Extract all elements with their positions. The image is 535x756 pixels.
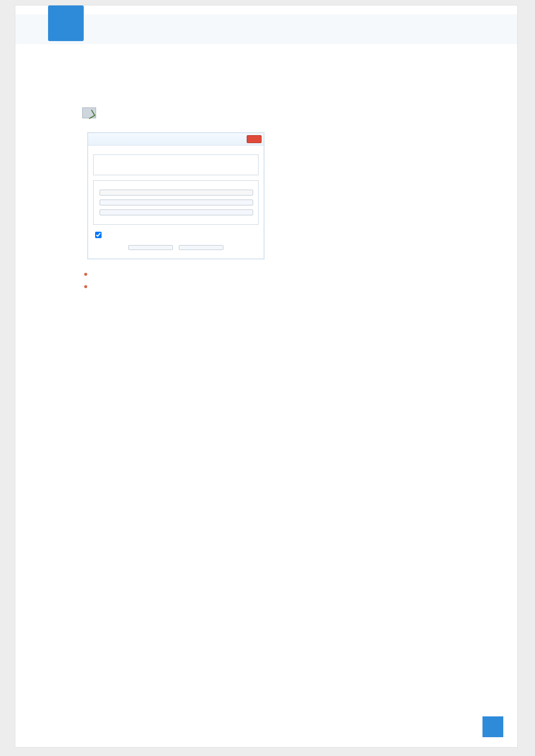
bullet-icon (84, 285, 87, 288)
list-item-body (97, 268, 486, 276)
bullet-icon (84, 273, 87, 276)
page-footer (476, 716, 503, 737)
dialog-body (88, 146, 264, 258)
list-item (82, 268, 486, 276)
taskbar-icon-checkbox-row (95, 230, 259, 239)
ewf-configure-group (93, 154, 259, 175)
taskbar-icon-checkbox[interactable] (95, 232, 102, 238)
commit-button[interactable] (100, 209, 253, 215)
dialog-titlebar (88, 133, 264, 146)
info-note (82, 107, 486, 118)
content-area (82, 99, 486, 293)
command-group (93, 180, 259, 225)
ewf-dialog-figure (87, 132, 265, 259)
chapter-number-badge (48, 5, 84, 41)
ok-button[interactable] (128, 245, 173, 250)
page-number (482, 716, 503, 737)
title-bar-bg (15, 14, 517, 44)
cancel-button[interactable] (179, 245, 223, 250)
bullet-list (82, 268, 486, 288)
list-item-body (97, 281, 486, 288)
page (15, 5, 518, 748)
dialog-button-row (93, 244, 259, 253)
disable-ewf-button[interactable] (100, 200, 253, 205)
list-item (82, 281, 486, 288)
close-icon[interactable] (247, 135, 262, 143)
ewf-dialog (87, 132, 265, 259)
note-icon (82, 107, 96, 118)
enable-ewf-button[interactable] (100, 190, 253, 196)
